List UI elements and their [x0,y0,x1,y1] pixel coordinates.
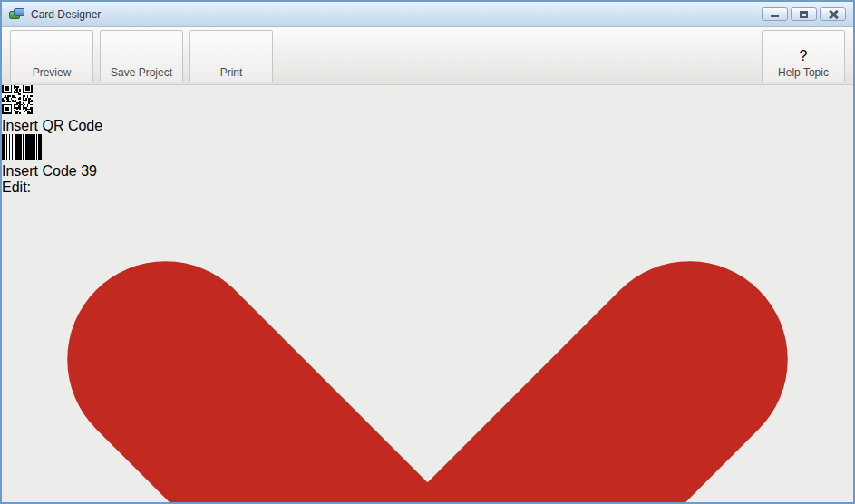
insert-qr-code-label: Insert QR Code [2,118,853,134]
window-controls [762,7,846,21]
question-mark-icon: ? [800,48,808,64]
close-icon [829,10,838,19]
preview-label: Preview [33,66,72,79]
window-title: Card Designer [31,8,101,21]
print-button[interactable]: Print [189,30,273,82]
edit-label: Edit: [2,179,31,195]
help-topic-button[interactable]: ? Help Topic [762,30,845,82]
insert-code39-label: Insert Code 39 [2,163,853,179]
help-topic-label: Help Topic [778,66,829,79]
preview-button[interactable]: Preview [10,30,93,82]
app-window: Card Designer Preview Save Project Print… [0,0,855,504]
main-toolbar: Preview Save Project Print ? Help Topic [2,27,853,85]
print-label: Print [220,66,243,79]
minimize-icon [771,15,779,17]
delete-x-icon [2,196,853,504]
maximize-button[interactable] [791,7,817,21]
title-bar: Card Designer [2,2,853,27]
minimize-button[interactable] [762,7,788,21]
qr-code-icon [2,83,853,118]
lightbulb-icon [38,34,65,64]
close-button[interactable] [820,7,846,21]
delete-button[interactable]: Delete [2,196,853,504]
insert-qr-code-button[interactable]: Insert QR Code [2,83,853,134]
maximize-icon [800,11,808,18]
edit-toolbar: Edit: Delete Copy Paste Undo Redo Layer:… [2,179,853,504]
save-project-label: Save Project [111,66,172,79]
app-icon [9,8,24,21]
save-project-button[interactable]: Save Project [100,30,183,82]
insert-code39-button[interactable]: Insert Code 39 [2,134,853,179]
barcode-icon [2,134,853,163]
